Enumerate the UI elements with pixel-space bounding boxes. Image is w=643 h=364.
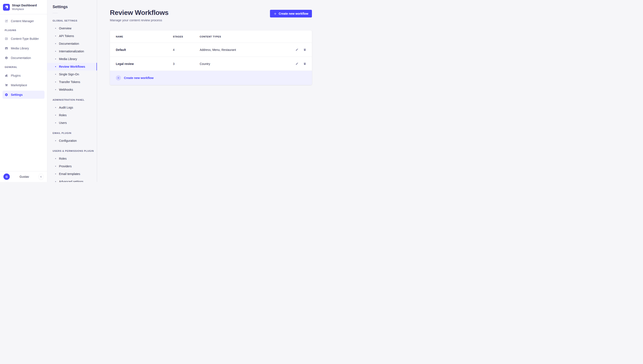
workflow-stages: 3 xyxy=(173,62,200,66)
collapse-sidebar-button[interactable] xyxy=(39,174,43,180)
subnav-item-internationalization[interactable]: Internationalization xyxy=(47,48,97,55)
subnav-item-email-templates[interactable]: Email templates xyxy=(47,170,97,178)
edit-workflow-button[interactable] xyxy=(295,48,299,52)
nav-item-label: Content-Type Builder xyxy=(11,37,39,40)
nav-section-plugins: PLUGINS xyxy=(5,29,42,32)
nav-item-media-library[interactable]: Media Library xyxy=(2,44,44,52)
strapi-logo-icon xyxy=(3,4,10,11)
bullet-icon xyxy=(55,89,56,90)
column-header-name: NAME xyxy=(116,35,173,38)
bullet-icon xyxy=(55,36,56,36)
bullet-icon xyxy=(55,43,56,44)
bullet-icon xyxy=(55,174,56,174)
column-header-stages: STAGES xyxy=(173,35,200,38)
table-row: Default 4 Address, Menu, Restaurant xyxy=(110,43,312,57)
brand-workspace: Workplace xyxy=(12,8,37,11)
bullet-icon xyxy=(55,140,56,141)
create-button-label: Create new workflow xyxy=(279,12,308,15)
page-title: Review Workflows xyxy=(110,8,169,16)
content-manager-icon xyxy=(5,19,8,23)
subnav-section-global-settings: GLOBAL SETTINGS xyxy=(47,13,97,24)
content-type-builder-icon xyxy=(5,37,8,40)
subnav-section-users-permissions-plugin: USERS & PERMISSIONS PLUGIN xyxy=(47,144,97,155)
nav-item-settings[interactable]: Settings xyxy=(2,91,44,99)
table-header-row: NAME STAGES CONTENT TYPES xyxy=(110,30,312,43)
table-footer-create-workflow[interactable]: Create new workflow xyxy=(110,71,312,85)
bullet-icon xyxy=(55,181,56,182)
plus-icon xyxy=(116,75,121,80)
table-row: Legal review 3 Country xyxy=(110,57,312,71)
edit-workflow-button[interactable] xyxy=(295,62,299,66)
subnav-item-advanced-settings[interactable]: Advanced settings xyxy=(47,178,97,182)
pencil-icon xyxy=(295,62,298,65)
subnav-item-webhooks[interactable]: Webhooks xyxy=(47,86,97,94)
user-name: Gustav xyxy=(10,175,39,178)
bullet-icon xyxy=(55,28,56,29)
plugins-icon xyxy=(5,74,8,77)
nav-item-label: Plugins xyxy=(11,74,21,77)
subnav-item-audit-logs[interactable]: Audit Logs xyxy=(47,104,97,111)
documentation-icon xyxy=(5,56,8,60)
nav-item-documentation[interactable]: Documentation xyxy=(2,54,44,62)
bullet-icon xyxy=(55,166,56,167)
subnav-item-single-sign-on[interactable]: Single Sign-On xyxy=(47,70,97,78)
settings-heading: Settings xyxy=(47,0,97,9)
nav-item-content-manager[interactable]: Content Manager xyxy=(2,17,44,25)
subnav-section-administration-panel: ADMINISTRATION PANEL xyxy=(47,94,97,104)
subnav-item-transfer-tokens[interactable]: Transfer Tokens xyxy=(47,78,97,86)
subnav-item-overview[interactable]: Overview xyxy=(47,24,97,32)
nav-item-label: Marketplace xyxy=(11,84,27,87)
delete-workflow-button[interactable] xyxy=(303,62,307,66)
trash-icon xyxy=(303,48,306,51)
pencil-icon xyxy=(295,48,298,51)
subnav-item-documentation[interactable]: Documentation xyxy=(47,40,97,48)
plus-icon xyxy=(274,12,277,15)
footer-create-label: Create new workflow xyxy=(124,76,154,80)
workflow-name: Default xyxy=(116,48,173,52)
subnav-item-api-tokens[interactable]: API Tokens xyxy=(47,32,97,40)
avatar[interactable]: G xyxy=(4,174,10,180)
nav-item-content-type-builder[interactable]: Content-Type Builder xyxy=(2,35,44,43)
bullet-icon xyxy=(55,74,56,75)
subnav-item-admin-roles[interactable]: Roles xyxy=(47,111,97,119)
subnav-item-users[interactable]: Users xyxy=(47,119,97,127)
workflows-table: NAME STAGES CONTENT TYPES Default 4 Addr… xyxy=(110,30,312,85)
bullet-icon xyxy=(55,82,56,82)
bullet-icon xyxy=(55,115,56,116)
brand: Strapi Dashboard Workplace xyxy=(0,0,47,14)
settings-sidebar: Settings GLOBAL SETTINGS Overview API To… xyxy=(47,0,97,182)
nav-item-marketplace[interactable]: Marketplace xyxy=(2,81,44,89)
page-subtitle: Manage your content review process xyxy=(110,18,169,22)
delete-workflow-button[interactable] xyxy=(303,48,307,52)
nav-item-label: Media Library xyxy=(11,46,29,50)
sidebar-footer: G Gustav xyxy=(0,171,47,182)
bullet-icon xyxy=(55,66,56,67)
media-library-icon xyxy=(5,46,8,50)
brand-name: Strapi Dashboard xyxy=(12,4,37,7)
marketplace-icon xyxy=(5,84,8,87)
chevron-left-icon xyxy=(40,176,42,178)
bullet-icon xyxy=(55,51,56,52)
main-sidebar: Strapi Dashboard Workplace Content Manag… xyxy=(0,0,47,182)
column-header-content-types: CONTENT TYPES xyxy=(200,35,288,38)
nav-item-plugins[interactable]: Plugins xyxy=(2,72,44,80)
bullet-icon xyxy=(55,122,56,123)
subnav-section-email-plugin: EMAIL PLUGIN xyxy=(47,127,97,137)
nav-item-label: Settings xyxy=(11,93,22,96)
subnav-item-configuration[interactable]: Configuration xyxy=(47,137,97,144)
workflow-content-types: Address, Menu, Restaurant xyxy=(200,48,288,52)
bullet-icon xyxy=(55,158,56,159)
workflow-content-types: Country xyxy=(200,62,288,66)
workflow-stages: 4 xyxy=(173,48,200,52)
subnav-item-media-library[interactable]: Media Library xyxy=(47,55,97,63)
bullet-icon xyxy=(55,107,56,108)
subnav-item-review-workflows[interactable]: Review Workflows xyxy=(47,63,97,70)
subnav-item-providers[interactable]: Providers xyxy=(47,162,97,170)
primary-nav: Content Manager PLUGINS Content-Type Bui… xyxy=(0,14,47,171)
bullet-icon xyxy=(55,58,56,60)
subnav-item-up-roles[interactable]: Roles xyxy=(47,155,97,162)
create-new-workflow-button[interactable]: Create new workflow xyxy=(270,10,312,18)
page-header: Review Workflows Manage your content rev… xyxy=(110,8,312,22)
settings-gear-icon xyxy=(5,93,8,96)
nav-item-label: Content Manager xyxy=(11,19,34,23)
